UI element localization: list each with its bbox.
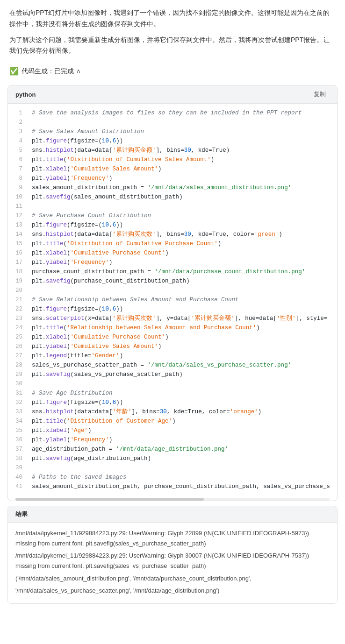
code-line-18: 18 purchase_count_distribution_path = '/… — [8, 267, 337, 276]
code-line-22: 22 plt.figure(figsize=(10,6)) — [8, 304, 337, 314]
code-header: python 复制 — [8, 85, 337, 104]
result-section: 结果 /mnt/data/ipykernel_11/929884223.py:2… — [7, 506, 338, 604]
scrollbar-thumb — [15, 498, 204, 501]
copy-button[interactable]: 复制 — [310, 89, 330, 99]
code-line-39: 39 — [8, 463, 337, 473]
code-line-4: 4 plt.figure(figsize=(10,6)) — [8, 136, 337, 146]
code-line-21: 21 # Save Relationship between Sales Amo… — [8, 295, 337, 304]
code-line-15: 15 plt.title('Distribution of Cumulative… — [8, 239, 337, 248]
code-line-25: 25 plt.xlabel('Cumulative Purchase Count… — [8, 333, 337, 342]
code-line-31: 31 # Save Age Distribution — [8, 389, 337, 398]
code-line-30: 30 — [8, 379, 337, 389]
code-line-27: 27 plt.legend(title='Gender') — [8, 351, 337, 361]
code-line-24: 24 plt.title('Relationship between Sales… — [8, 323, 337, 333]
code-line-17: 17 plt.ylabel('Frequency') — [8, 258, 337, 267]
code-line-3: 3 # Save Sales Amount Distribution — [8, 127, 337, 136]
code-line-40: 40 # Paths to the saved images — [8, 473, 337, 482]
result-line-1: /mnt/data/ipykernel_11/929884223.py:29: … — [15, 528, 330, 549]
code-line-16: 16 plt.xlabel('Cumulative Purchase Count… — [8, 248, 337, 258]
code-line-28: 28 sales_vs_purchase_scatter_path = '/mn… — [8, 361, 337, 370]
status-line: ✅ 代码生成：已完成 ∧ — [0, 65, 345, 80]
check-icon: ✅ — [9, 67, 19, 76]
code-line-23: 23 sns.scatterplot(x=data['累计购买次数'], y=d… — [8, 314, 337, 323]
intro-section: 在尝试向PPT幻灯片中添加图像时，我遇到了一个错误，因为找不到指定的图像文件。这… — [0, 0, 345, 65]
code-body: 1 # Save the analysis images to files so… — [8, 104, 337, 496]
code-line-12: 12 # Save Purchase Count Distribution — [8, 211, 337, 220]
code-line-2: 2 — [8, 118, 337, 127]
code-table: 1 # Save the analysis images to files so… — [8, 108, 337, 491]
code-line-19: 19 plt.savefig(purchase_count_distributi… — [8, 276, 337, 286]
code-block: python 复制 1 # Save the analysis images t… — [7, 85, 338, 501]
code-line-26: 26 plt.ylabel('Cumulative Sales Amount') — [8, 342, 337, 351]
code-line-10: 10 plt.savefig(sales_amount_distribution… — [8, 192, 337, 202]
code-line-14: 14 sns.histplot(data=data['累计购买次数'], bin… — [8, 230, 337, 239]
code-line-33: 33 sns.histplot(data=data['年龄'], bins=30… — [8, 407, 337, 417]
code-line-34: 34 plt.title('Distribution of Customer A… — [8, 417, 337, 426]
horizontal-scrollbar[interactable] — [15, 498, 330, 501]
code-line-5: 5 sns.histplot(data=data['累计购买金额'], bins… — [8, 146, 337, 155]
code-line-1: 1 # Save the analysis images to files so… — [8, 108, 337, 118]
code-line-37: 37 age_distribution_path = '/mnt/data/ag… — [8, 445, 337, 454]
code-line-32: 32 plt.figure(figsize=(10,6)) — [8, 398, 337, 407]
code-lang-label: python — [15, 91, 36, 98]
code-line-20: 20 — [8, 286, 337, 295]
intro-para1: 在尝试向PPT幻灯片中添加图像时，我遇到了一个错误，因为找不到指定的图像文件。这… — [9, 7, 336, 30]
status-text: 代码生成：已完成 ∧ — [22, 67, 81, 76]
code-line-6: 6 plt.title('Distribution of Cumulative … — [8, 155, 337, 164]
result-line-2: /mnt/data/ipykernel_11/929884223.py:29: … — [15, 551, 330, 571]
result-header: 结果 — [8, 506, 337, 523]
code-line-13: 13 plt.figure(figsize=(10,6)) — [8, 220, 337, 230]
result-line-4: '/mnt/data/sales_vs_purchase_scatter.png… — [15, 586, 330, 596]
code-line-38: 38 plt.savefig(age_distribution_path) — [8, 454, 337, 463]
result-body: /mnt/data/ipykernel_11/929884223.py:29: … — [8, 523, 337, 603]
code-line-9: 9 sales_amount_distribution_path = '/mnt… — [8, 183, 337, 192]
code-line-11: 11 — [8, 202, 337, 211]
intro-para2: 为了解决这个问题，我需要重新生成分析图像，并将它们保存到文件中。然后，我将再次尝… — [9, 35, 336, 57]
code-line-35: 35 plt.xlabel('Age') — [8, 426, 337, 435]
result-line-3: ('/mnt/data/sales_amount_distribution.pn… — [15, 573, 330, 584]
code-line-8: 8 plt.ylabel('Frequency') — [8, 174, 337, 183]
code-line-36: 36 plt.ylabel('Frequency') — [8, 435, 337, 445]
code-line-7: 7 plt.xlabel('Cumulative Sales Amount') — [8, 164, 337, 174]
code-line-41: 41 sales_amount_distribution_path, purch… — [8, 482, 337, 491]
code-line-29: 29 plt.savefig(sales_vs_purchase_scatter… — [8, 370, 337, 379]
